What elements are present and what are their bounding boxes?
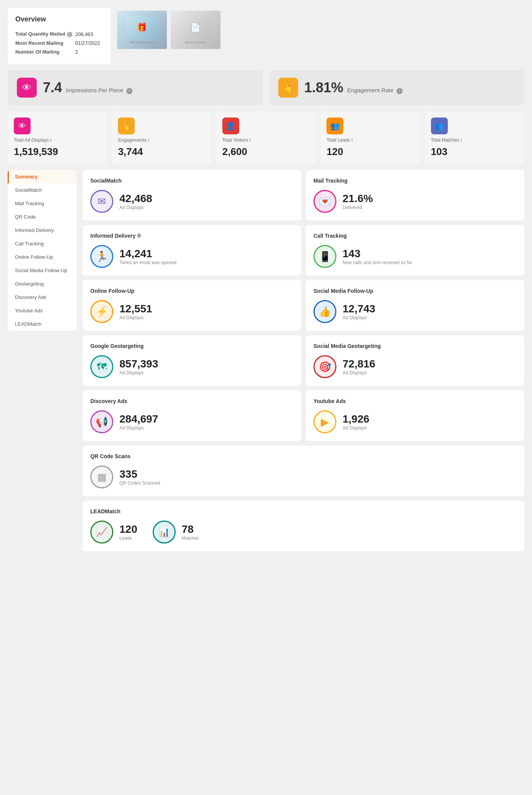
overview-title: Overview: [15, 15, 103, 23]
engagement-bar: 👆 1.81% Engagement Rate i: [269, 70, 524, 105]
socialmatch-title: SocialMatch: [90, 178, 294, 184]
qr-code-icon: ▦: [90, 465, 113, 488]
social-geo-value: 72,816: [343, 358, 375, 370]
social-geo-card: Social Media Geotargeting 🎯 72,816 Ad Di…: [306, 335, 524, 386]
socialmatch-label: Ad Displays: [119, 205, 152, 210]
stat-card: 👥 Total Matches i 103: [425, 111, 524, 164]
social-followup-label: Ad Displays: [343, 315, 375, 320]
leadmatch-title: LEADMatch: [90, 508, 517, 514]
qr-code-value: 335: [119, 468, 160, 480]
stat-card-value: 103: [431, 146, 518, 158]
main-layout: SummarySocialMatchMail TrackingQR CodeIn…: [8, 170, 524, 551]
stat-card-label: Engagements i: [118, 137, 205, 143]
sidebar-item-online-follow-up[interactable]: Online Follow-Up: [8, 250, 77, 264]
impressions-bar: 👁 7.4 Impressions Per Piece i: [8, 70, 263, 105]
social-geo-title: Social Media Geotargeting: [313, 343, 517, 349]
google-geo-icon: 🗺: [90, 355, 113, 378]
informed-delivery-card: Informed Delivery ® 🏃 14,241 Times an em…: [83, 225, 301, 276]
discovery-ads-card: Discovery Ads 📢 284,697 Ad Displays: [83, 390, 301, 441]
google-geo-value: 857,393: [119, 358, 158, 370]
stat-card: 👤 Total Visitors i 2,600: [216, 111, 316, 164]
socialmatch-icon: ✉: [90, 190, 113, 213]
sidebar-item-call-tracking[interactable]: Call Tracking: [8, 237, 77, 250]
info-icon[interactable]: i: [50, 137, 51, 143]
leadmatch-body: 📈 120 Leads 📊 78 Matches: [90, 521, 517, 544]
sidebar-item-discovery-ads[interactable]: Discovery Ads: [8, 291, 77, 304]
discovery-ads-label: Ad Displays: [119, 425, 158, 431]
leadmatch-matches-icon: 📊: [153, 521, 176, 544]
qr-code-title: QR Code Scans: [90, 453, 517, 459]
leadmatch-matches-value: 78: [182, 523, 199, 535]
leadmatch-leads-value: 120: [119, 523, 137, 535]
overview-row: Most Recent Mailing01/27/2022: [15, 39, 103, 47]
sidebar-item-youtube-ads[interactable]: Youtube Ads: [8, 304, 77, 317]
socialmatch-stats: 42,468 Ad Displays: [119, 193, 152, 210]
social-followup-card: Social Media Follow-Up 👍 12,743 Ad Displ…: [306, 280, 524, 331]
impressions-label: Impressions Per Piece i: [66, 87, 132, 94]
overview-card: Overview Total Quantity Mailedi206,463Mo…: [8, 8, 111, 64]
info-icon[interactable]: i: [250, 137, 251, 143]
discovery-ads-stats: 284,697 Ad Displays: [119, 413, 158, 431]
stat-card-value: 3,744: [118, 146, 205, 158]
leadmatch-matches: 📊 78 Matches: [153, 521, 199, 544]
overview-row: Total Quantity Mailedi206,463: [15, 29, 103, 39]
youtube-ads-body: ▶ 1,926 Ad Displays: [313, 410, 517, 433]
info-icon[interactable]: i: [67, 32, 72, 37]
stat-card-value: 2,600: [222, 146, 310, 158]
sidebar-item-qr-code[interactable]: QR Code: [8, 210, 77, 224]
stat-card-label: Total Visitors i: [222, 137, 310, 143]
sidebar-item-summary[interactable]: Summary: [8, 170, 77, 183]
qr-code-stats: 335 QR Codes Scanned: [119, 468, 160, 486]
sidebar-item-social-media-follow-up[interactable]: Social Media Follow-Up: [8, 264, 77, 277]
sidebar-item-socialmatch[interactable]: SocialMatch: [8, 183, 77, 197]
impressions-value: 7.4: [43, 80, 62, 96]
overview-field-label: Most Recent Mailing: [15, 39, 75, 47]
leadmatch-leads-icon: 📈: [90, 521, 113, 544]
overview-field-label: Number Of Mailing: [15, 47, 75, 56]
engagement-info-icon[interactable]: i: [397, 88, 403, 94]
google-geo-label: Ad Displays: [119, 370, 158, 375]
overview-field-label: Total Quantity Mailedi: [15, 29, 75, 39]
sidebar-item-leadmatch[interactable]: LEADMatch: [8, 317, 77, 331]
informed-delivery-icon: 🏃: [90, 245, 113, 268]
call-tracking-title: Call Tracking: [313, 233, 517, 239]
mailtracking-card: Mail Tracking 💌 21.6% Delivered: [306, 170, 524, 220]
online-followup-body: ⚡ 12,551 Ad Displays: [90, 300, 294, 323]
youtube-ads-icon: ▶: [313, 410, 336, 433]
social-geo-body: 🎯 72,816 Ad Displays: [313, 355, 517, 378]
overview-table: Total Quantity Mailedi206,463Most Recent…: [15, 29, 103, 56]
qr-code-label: QR Codes Scanned: [119, 480, 160, 486]
discovery-ads-icon: 📢: [90, 410, 113, 433]
info-icon[interactable]: i: [148, 137, 149, 143]
youtube-ads-title: Youtube Ads: [313, 398, 517, 404]
mailtracking-title: Mail Tracking: [313, 178, 517, 184]
leadmatch-matches-stats: 78 Matches: [182, 523, 199, 541]
page-wrapper: Overview Total Quantity Mailedi206,463Mo…: [0, 0, 532, 559]
call-tracking-icon: 📱: [313, 245, 336, 268]
stat-card: 👥 Total Leads i 120: [320, 111, 420, 164]
qr-code-body: ▦ 335 QR Codes Scanned: [90, 465, 517, 488]
discovery-ads-body: 📢 284,697 Ad Displays: [90, 410, 294, 433]
sidebar-item-mail-tracking[interactable]: Mail Tracking: [8, 197, 77, 210]
content-row-1: SocialMatch ✉ 42,468 Ad Displays Mail Tr…: [83, 170, 524, 220]
social-followup-body: 👍 12,743 Ad Displays: [313, 300, 517, 323]
social-followup-value: 12,743: [343, 303, 375, 315]
content-row-2: Informed Delivery ® 🏃 14,241 Times an em…: [83, 225, 524, 276]
google-geo-stats: 857,393 Ad Displays: [119, 358, 158, 375]
social-followup-icon: 👍: [313, 300, 336, 323]
social-geo-stats: 72,816 Ad Displays: [343, 358, 375, 375]
sidebar-item-geotargeting[interactable]: Geotargeting: [8, 277, 77, 291]
social-geo-icon: 🎯: [313, 355, 336, 378]
info-icon[interactable]: i: [461, 137, 462, 143]
content-row-4: Google Geotargeting 🗺 857,393 Ad Display…: [83, 335, 524, 386]
mailtracking-value: 21.6%: [343, 193, 373, 205]
sidebar-item-informed-delivery[interactable]: Informed Delivery: [8, 224, 77, 237]
impressions-icon: 👁: [17, 78, 37, 98]
info-icon[interactable]: i: [352, 137, 353, 143]
google-geo-title: Google Geotargeting: [90, 343, 294, 349]
mailtracking-body: 💌 21.6% Delivered: [313, 190, 517, 213]
stat-card-value: 1,519,539: [14, 146, 101, 158]
socialwatch-card: SocialMatch ✉ 42,468 Ad Displays: [83, 170, 301, 220]
call-tracking-value: 143: [343, 248, 412, 260]
impressions-info-icon[interactable]: i: [126, 88, 132, 94]
